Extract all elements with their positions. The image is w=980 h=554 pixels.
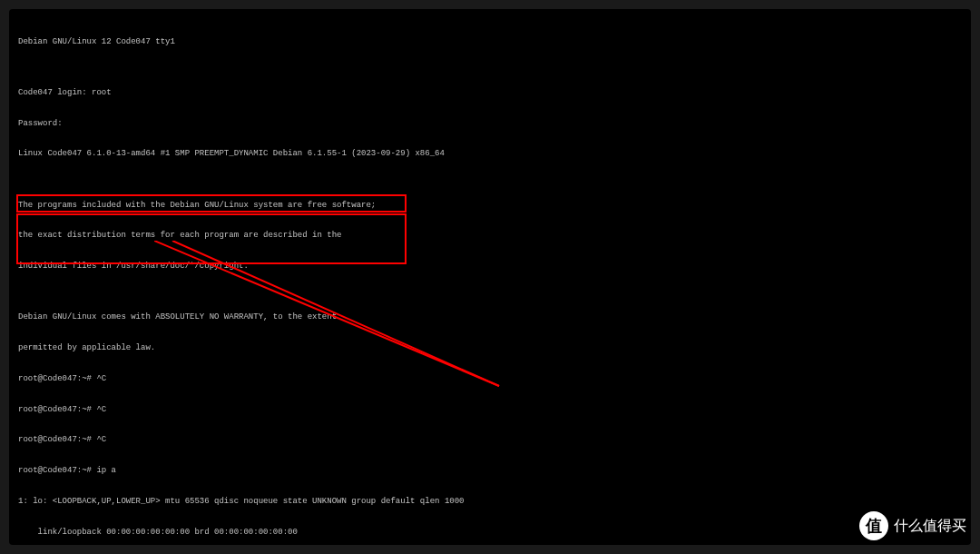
ip-output-lo: 1: lo: <LOOPBACK,UP,LOWER_UP> mtu 65536 …	[18, 497, 962, 507]
motd-line: The programs included with the Debian GN…	[18, 201, 962, 211]
watermark-text: 什么值得买	[894, 517, 966, 536]
terminal-header: Debian GNU/Linux 12 Code047 tty1	[18, 37, 962, 47]
shell-command: root@Code047:~# ip a	[18, 466, 962, 476]
watermark: 值 什么值得买	[859, 511, 966, 540]
terminal-window[interactable]: Debian GNU/Linux 12 Code047 tty1 Code047…	[9, 9, 971, 545]
shell-prompt: root@Code047:~# ^C	[18, 435, 962, 445]
warranty-line: Debian GNU/Linux comes with ABSOLUTELY N…	[18, 312, 962, 322]
motd-line: the exact distribution terms for each pr…	[18, 231, 962, 241]
warranty-line: permitted by applicable law.	[18, 343, 962, 353]
ip-output-lo: link/loopback 00:00:00:00:00:00 brd 00:0…	[18, 528, 962, 538]
kernel-info: Linux Code047 6.1.0-13-amd64 #1 SMP PREE…	[18, 149, 962, 159]
login-prompt: Code047 login: root	[18, 88, 962, 98]
watermark-logo-icon: 值	[859, 511, 888, 540]
motd-line: individual files in /usr/share/doc/*/cop…	[18, 262, 962, 272]
password-prompt: Password:	[18, 119, 962, 129]
shell-prompt: root@Code047:~# ^C	[18, 405, 962, 415]
shell-prompt: root@Code047:~# ^C	[18, 374, 962, 384]
